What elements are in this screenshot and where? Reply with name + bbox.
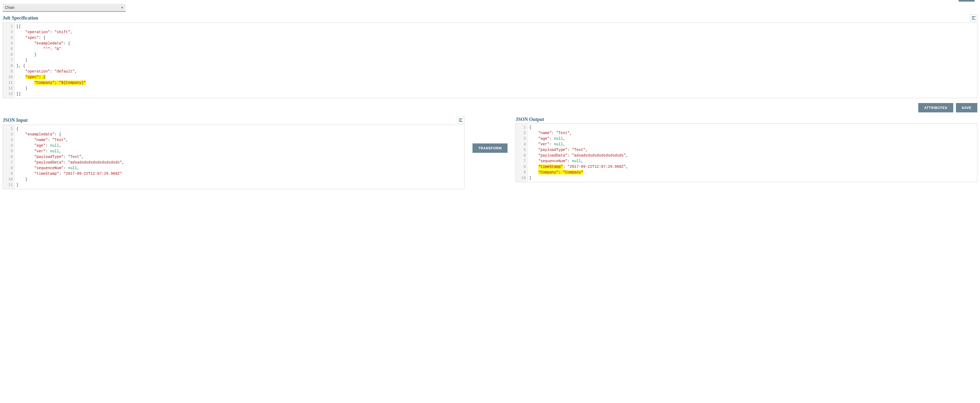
save-button[interactable]: SAVE (956, 103, 977, 112)
input-gutter: 1234567891011 (3, 125, 15, 189)
align-left-icon (972, 16, 975, 19)
input-section-title: JSON Input (3, 118, 28, 123)
spec-section-title: Jolt Specification (3, 15, 38, 21)
transform-button[interactable]: TRANSFORM (473, 143, 508, 153)
operation-select-value: Chain (5, 5, 15, 10)
spec-code-body[interactable]: [{ "operation": "shift", "spec": { "exam… (15, 23, 977, 98)
format-spec-button[interactable] (970, 14, 977, 21)
input-editor[interactable]: 1234567891011 { "exampledata": { "name":… (3, 125, 465, 189)
operation-select[interactable]: Chain (3, 4, 126, 12)
format-input-button[interactable] (457, 117, 465, 124)
output-code-body[interactable]: { "name": "Test", "age": null, "ver": nu… (528, 124, 977, 182)
output-section-title: JSON Output (515, 117, 544, 122)
output-gutter: 12345678910 (516, 124, 528, 182)
attributes-button[interactable]: ATTRIBUTES (918, 103, 953, 112)
spec-gutter: 12345678910111213 (3, 23, 15, 98)
input-code-body[interactable]: { "exampledata": { "name": "Test", "age"… (15, 125, 464, 189)
spec-editor[interactable]: 12345678910111213 [{ "operation": "shift… (3, 22, 977, 98)
align-left-icon (459, 119, 463, 122)
output-editor[interactable]: 12345678910 { "name": "Test", "age": nul… (515, 123, 977, 182)
top-right-stub (959, 0, 975, 2)
